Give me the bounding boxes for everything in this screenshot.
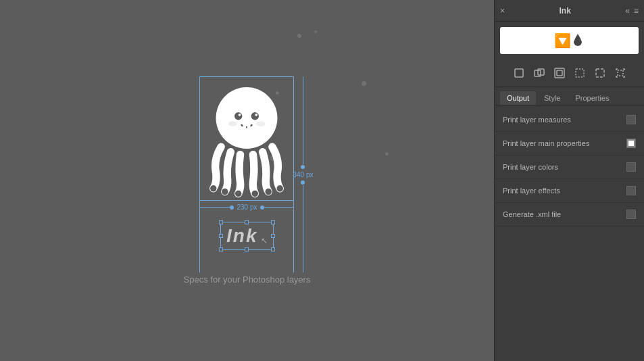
double-rect-icon[interactable] — [530, 64, 549, 82]
checkbox-print-layer-measures[interactable] — [626, 115, 636, 124]
svg-point-10 — [222, 189, 228, 195]
handle-br — [271, 247, 275, 251]
checkbox-generate-xml-file[interactable] — [626, 210, 636, 219]
setting-label-print-layer-main-properties: Print layer main properties — [503, 139, 626, 147]
svg-rect-19 — [557, 70, 562, 76]
svg-point-11 — [235, 191, 241, 197]
handle-bm — [245, 247, 249, 251]
h-line-top — [199, 76, 294, 77]
panel: × Ink « ≡ 🔽 — [494, 0, 644, 361]
handle-tr — [271, 220, 275, 224]
horizontal-measure: 230 px — [199, 203, 294, 211]
setting-row-print-layer-main-properties: Print layer main properties — [495, 132, 644, 155]
svg-point-0 — [216, 87, 278, 149]
dot — [314, 30, 317, 33]
svg-rect-7 — [243, 125, 247, 128]
tab-style[interactable]: Style — [537, 91, 567, 105]
setting-label-generate-xml-file: Generate .xml file — [503, 210, 626, 218]
panel-header: × Ink « ≡ — [495, 0, 644, 22]
dotted-rect-icon[interactable] — [570, 64, 589, 82]
octopus-illustration — [199, 76, 294, 198]
setting-row-print-layer-colors: Print layer colors — [495, 155, 644, 179]
logo-text-wrapper: Ink ↖ — [220, 222, 274, 250]
panel-header-icons: « ≡ — [625, 6, 639, 16]
checkbox-print-layer-colors[interactable] — [626, 162, 636, 172]
color-swatch[interactable]: 🔽 — [500, 27, 639, 54]
svg-point-3 — [239, 114, 241, 116]
svg-point-1 — [234, 112, 242, 120]
svg-point-14 — [277, 185, 283, 191]
setting-label-print-layer-colors: Print layer colors — [503, 163, 626, 171]
v-line-right — [293, 76, 294, 272]
handle-tm — [245, 220, 249, 224]
svg-rect-22 — [618, 70, 623, 76]
settings-list: Print layer measures Print layer main pr… — [495, 105, 644, 361]
v-line-top — [303, 76, 303, 164]
svg-point-13 — [266, 189, 272, 195]
square-inner-rect-icon[interactable] — [550, 64, 569, 82]
v-dot-bottom — [301, 180, 305, 185]
handle-rm — [271, 234, 275, 238]
tab-properties[interactable]: Properties — [569, 91, 616, 105]
droplet-icon: 🔽 — [554, 32, 571, 49]
handle-tl — [219, 220, 223, 224]
svg-point-2 — [251, 112, 259, 120]
horizontal-measure-label: 230 px — [234, 203, 259, 211]
cursor-icon: ↖ — [261, 236, 268, 245]
checkbox-print-layer-effects[interactable] — [626, 186, 636, 195]
logo-text: Ink — [226, 225, 257, 246]
dot — [362, 81, 366, 86]
dot — [297, 34, 301, 38]
svg-rect-20 — [576, 69, 584, 77]
panel-title: Ink — [559, 6, 570, 16]
handle-bl — [219, 247, 223, 251]
svg-point-12 — [252, 191, 258, 197]
tab-output[interactable]: Output — [500, 91, 536, 105]
dashed-rect-icon[interactable] — [591, 64, 610, 82]
artwork-container: 340 px — [184, 76, 311, 285]
setting-row-generate-xml-file: Generate .xml file — [495, 203, 644, 226]
svg-point-9 — [210, 185, 216, 191]
tagline: Specs for your Photoshop layers — [184, 274, 311, 285]
setting-row-print-layer-measures: Print layer measures — [495, 108, 644, 132]
v-line-left — [199, 76, 200, 272]
checkbox-print-layer-main-properties[interactable] — [626, 139, 636, 148]
svg-rect-8 — [247, 125, 251, 128]
corner-handles-rect-icon[interactable] — [611, 64, 630, 82]
droplet-svg — [571, 32, 585, 49]
setting-label-print-layer-effects: Print layer effects — [503, 187, 626, 195]
canvas-area: 340 px — [0, 0, 494, 361]
tabs: Output Style Properties — [495, 87, 644, 105]
svg-point-4 — [255, 114, 258, 116]
setting-row-print-layer-effects: Print layer effects — [495, 179, 644, 203]
icon-toolbar — [495, 59, 644, 87]
svg-point-6 — [257, 121, 266, 126]
close-icon[interactable]: × — [500, 6, 505, 16]
single-rect-icon[interactable] — [510, 64, 528, 82]
h-measure-line-right — [264, 207, 295, 208]
svg-rect-21 — [596, 69, 604, 77]
h-measure-line-left — [199, 207, 230, 208]
h-line-bottom — [199, 200, 294, 201]
vertical-measure: 340 px — [293, 76, 313, 272]
vertical-measure-label: 340 px — [293, 171, 313, 178]
setting-label-print-layer-measures: Print layer measures — [503, 116, 626, 124]
v-line-bottom — [303, 185, 303, 273]
svg-rect-15 — [515, 69, 523, 77]
handle-lm — [219, 234, 223, 238]
svg-rect-18 — [555, 68, 564, 78]
logo-text-box: Ink ↖ — [220, 222, 274, 250]
dot — [385, 152, 389, 155]
v-dot-top — [301, 165, 305, 169]
measure-container: 340 px — [199, 76, 294, 201]
menu-icon[interactable]: ≡ — [634, 6, 639, 16]
collapse-icon[interactable]: « — [625, 6, 630, 16]
svg-point-5 — [228, 121, 237, 126]
